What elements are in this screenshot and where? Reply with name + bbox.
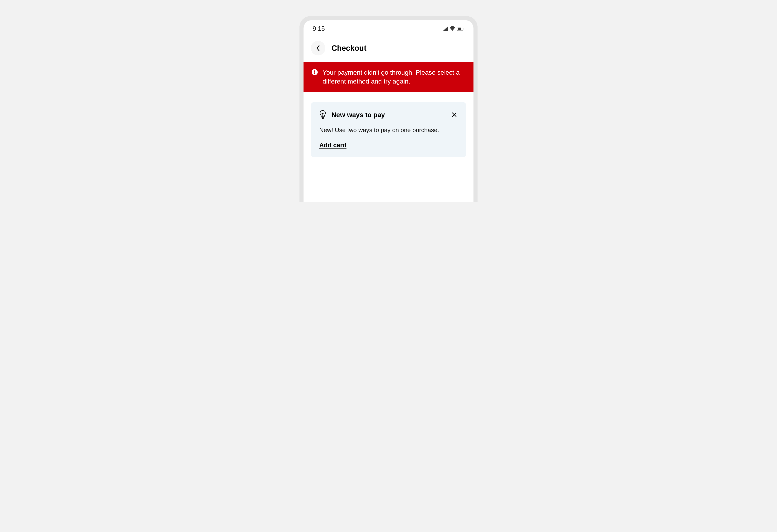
error-message: Your payment didn't go through. Please s… [323, 68, 465, 86]
svg-rect-2 [464, 28, 464, 29]
add-card-link[interactable]: Add card [319, 142, 346, 149]
info-card-title: New ways to pay [331, 111, 385, 119]
info-card-body: New! Use two ways to pay on one purchase… [319, 126, 458, 134]
phone-screen: 9:15 [304, 20, 473, 202]
svg-rect-1 [458, 27, 461, 30]
close-button[interactable] [451, 111, 458, 119]
svg-point-5 [314, 73, 315, 74]
alert-icon [312, 69, 318, 76]
page-title: Checkout [331, 44, 366, 52]
info-card-header: New ways to pay [319, 110, 458, 120]
close-icon [452, 112, 457, 117]
status-icons [443, 26, 464, 31]
lightbulb-icon [319, 110, 326, 120]
info-card-title-wrap: New ways to pay [319, 110, 385, 120]
wifi-icon [449, 26, 455, 31]
battery-icon [457, 27, 464, 31]
chevron-left-icon [316, 45, 320, 51]
phone-frame: 9:15 [300, 16, 477, 202]
status-time: 9:15 [313, 25, 325, 32]
back-button[interactable] [311, 41, 325, 55]
page-header: Checkout [304, 36, 473, 62]
svg-rect-4 [314, 71, 315, 73]
status-bar: 9:15 [304, 20, 473, 36]
cellular-signal-icon [443, 26, 448, 31]
error-banner: Your payment didn't go through. Please s… [304, 62, 473, 92]
info-card: New ways to pay New! Use two ways to pay… [311, 102, 466, 157]
